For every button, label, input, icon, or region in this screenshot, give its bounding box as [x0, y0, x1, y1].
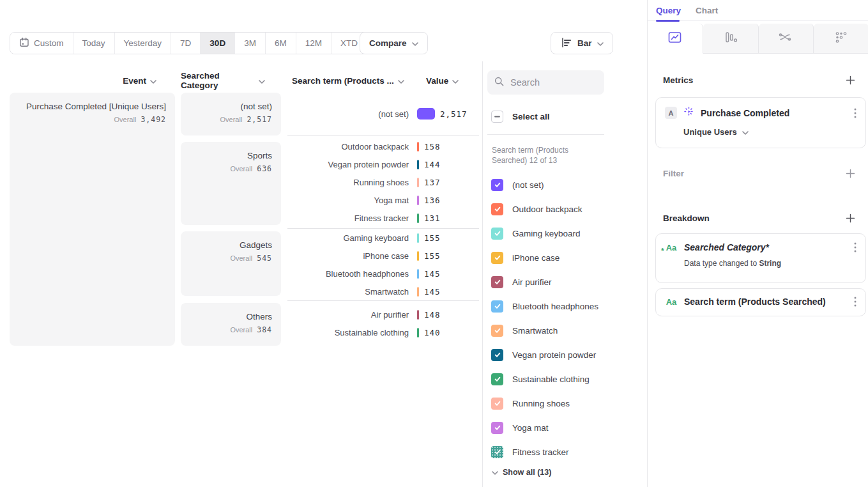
value-checkbox[interactable]	[491, 349, 503, 361]
breakdown-value-running-shoes[interactable]: Running shoes	[491, 391, 638, 415]
date-range-30d[interactable]: 30D	[201, 33, 235, 54]
tab-query[interactable]: Query	[656, 6, 681, 15]
term-row[interactable]: Bluetooth headphones 145	[287, 265, 479, 282]
column-header-search-term[interactable]: Search term (Products ...	[292, 75, 404, 86]
term-row[interactable]: Sustainable clothing 140	[287, 323, 479, 341]
tab-flows[interactable]	[759, 24, 814, 54]
event-card[interactable]: Purchase Completed [Unique Users] Overal…	[10, 93, 175, 346]
breakdown-value-smartwatch[interactable]: Smartwatch	[491, 318, 638, 343]
category-card[interactable]: (not set) Overall2,517	[181, 93, 281, 135]
measure-selector[interactable]: Unique Users	[683, 127, 857, 137]
kebab-menu-icon[interactable]	[854, 297, 857, 307]
filter-title: Filter	[663, 169, 684, 178]
breakdown-value-air-purifier[interactable]: Air purifier	[491, 270, 638, 294]
metric-card[interactable]: A Purchase Completed Unique Users	[655, 97, 866, 148]
value-checkbox[interactable]	[491, 203, 503, 215]
column-header-searched-category[interactable]: Searched Category	[181, 75, 265, 86]
tab-funnels[interactable]	[703, 24, 759, 54]
term-row[interactable]: Gaming keyboard 155	[287, 229, 479, 247]
breakdown-value-fitness-tracker[interactable]: Fitness tracker	[491, 440, 638, 464]
value-checkbox[interactable]	[491, 276, 503, 288]
breakdown-value-vegan-protein-powder[interactable]: Vegan protein powder	[491, 343, 638, 367]
term-row[interactable]: Outdoor backpack 158	[287, 137, 479, 155]
breakdown-value-sustainable-clothing[interactable]: Sustainable clothing	[491, 367, 638, 391]
tab-insights[interactable]	[648, 24, 703, 54]
select-all-checkbox[interactable]	[491, 111, 503, 123]
add-breakdown-button[interactable]	[846, 213, 855, 223]
add-filter-button[interactable]	[846, 169, 855, 178]
breakdown-value-yoga-mat[interactable]: Yoga mat	[491, 415, 638, 440]
breakdown-value--not-set-[interactable]: (not set)	[491, 173, 638, 197]
value-text: 144	[424, 160, 441, 169]
date-range-6m[interactable]: 6M	[266, 33, 296, 54]
date-range-label: Custom	[34, 38, 64, 48]
category-name: Others	[187, 311, 272, 323]
show-all-button[interactable]: Show all (13)	[492, 468, 551, 477]
header-label: Event	[123, 76, 146, 86]
column-header-value[interactable]: Value	[426, 75, 459, 86]
column-header-event[interactable]: Event	[10, 75, 156, 86]
breakdown-card-searched-category[interactable]: Aa* Searched Category* Data type changed…	[655, 233, 866, 283]
active-tab-underline	[656, 20, 680, 22]
value-checkbox[interactable]	[491, 373, 503, 385]
category-name: Gadgets	[187, 240, 272, 251]
overall-value: 636	[257, 164, 272, 173]
value-bar	[417, 213, 419, 223]
term-row[interactable]: iPhone case 155	[287, 247, 479, 265]
chart-type-button[interactable]: Bar	[551, 32, 613, 54]
value-checkbox[interactable]	[491, 422, 503, 434]
add-metric-button[interactable]	[846, 75, 855, 85]
panel-divider	[482, 61, 483, 487]
value-text: 140	[424, 328, 441, 337]
breakdown-value-gaming-keyboard[interactable]: Gaming keyboard	[491, 221, 638, 245]
breakdown-value-outdoor-backpack[interactable]: Outdoor backpack	[491, 197, 638, 221]
value-checkbox[interactable]	[491, 300, 503, 313]
value-bar	[417, 251, 419, 261]
show-all-label: Show all (13)	[503, 468, 551, 477]
date-range-7d[interactable]: 7D	[171, 33, 201, 54]
term-row[interactable]: Running shoes 137	[287, 173, 479, 191]
search-input[interactable]	[510, 77, 593, 88]
category-card[interactable]: Gadgets Overall545	[181, 231, 281, 296]
value-checkbox[interactable]	[491, 179, 503, 191]
kebab-menu-icon[interactable]	[854, 242, 857, 252]
term-label: iPhone case	[287, 251, 409, 261]
query-sidebar: Query Chart Metrics A	[647, 0, 868, 487]
term-row[interactable]: Air purifier 148	[287, 305, 479, 323]
date-range-today[interactable]: Today	[73, 33, 115, 54]
term-label: Smartwatch	[287, 287, 409, 297]
category-card[interactable]: Others Overall384	[181, 303, 281, 346]
kebab-menu-icon[interactable]	[854, 108, 857, 118]
term-row[interactable]: Vegan protein powder 144	[287, 155, 479, 173]
value-label: Yoga mat	[512, 423, 549, 433]
term-row[interactable]: Yoga mat 136	[287, 191, 479, 209]
date-range-3m[interactable]: 3M	[235, 33, 266, 54]
term-row[interactable]: Smartwatch 145	[287, 282, 479, 300]
value-checkbox[interactable]	[491, 398, 503, 410]
date-range-label: 3M	[244, 38, 256, 48]
category-overall: Overall2,517	[187, 115, 272, 124]
overall-value: 545	[257, 254, 272, 263]
term-row[interactable]: Fitness tracker 131	[287, 209, 479, 227]
tab-chart[interactable]: Chart	[696, 6, 718, 15]
value-checkbox[interactable]	[491, 252, 503, 264]
date-range-custom[interactable]: Custom	[10, 33, 73, 54]
value-checkbox[interactable]	[491, 446, 503, 458]
date-range-yesterday[interactable]: Yesterday	[115, 33, 172, 54]
value-checkbox[interactable]	[491, 325, 503, 337]
tab-retention[interactable]	[814, 24, 868, 54]
select-all-row[interactable]: Select all	[491, 111, 550, 123]
category-name: Sports	[187, 150, 272, 162]
compare-button[interactable]: Compare	[360, 32, 428, 54]
modified-asterisk: *	[661, 247, 664, 256]
breakdown-value-bluetooth-headphones[interactable]: Bluetooth headphones	[491, 294, 638, 318]
breakdown-card-search-term[interactable]: Aa Search term (Products Searched)	[655, 288, 866, 316]
date-range-control: CustomTodayYesterday7D30D3M6M12MXTD	[10, 32, 378, 54]
date-range-12m[interactable]: 12M	[296, 33, 331, 54]
breakdown-value-iphone-case[interactable]: iPhone case	[491, 245, 638, 270]
value-checkbox[interactable]	[491, 228, 503, 240]
category-card[interactable]: Sports Overall636	[181, 142, 281, 225]
value-label: Outdoor backpack	[512, 205, 582, 214]
term-row[interactable]: (not set) 2,517	[287, 105, 479, 123]
value-text: 145	[424, 287, 441, 297]
